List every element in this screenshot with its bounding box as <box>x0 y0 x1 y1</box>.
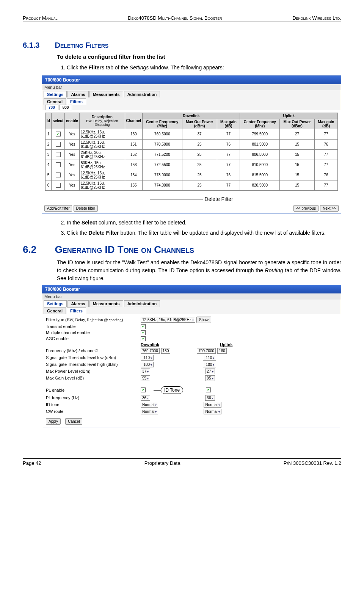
tab-measurments[interactable]: Measurments <box>89 91 123 97</box>
dl-maxgain-select[interactable]: 95 <box>141 375 150 381</box>
idtone-window: 700/800 Booster Menu bar Settings Alarms… <box>42 285 341 428</box>
col-dl-mop: Max Out Power (dBm) <box>182 119 217 129</box>
section-number-62: 6.2 <box>23 244 53 256</box>
dl-cwroute-select[interactable]: Normal <box>141 409 158 414</box>
tab-administration-2[interactable]: Administration <box>124 300 160 307</box>
tab-general[interactable]: General <box>44 98 66 105</box>
tab-alarms[interactable]: Alarms <box>67 91 88 97</box>
delete-filter-button[interactable]: Delete filter <box>74 205 98 212</box>
table-row: 1Yes12.5KHz, 15u, 61dB@25KHz150769.50003… <box>46 129 338 139</box>
ul-channel-input[interactable]: 160 <box>217 348 227 354</box>
window-title-2: 700/800 Booster <box>42 285 341 293</box>
col-downlink: Downlink <box>143 113 240 119</box>
ul-maxgain-select[interactable]: 95 <box>205 375 215 381</box>
multi-enable-checkbox[interactable] <box>141 330 146 335</box>
previous-button[interactable]: << previous <box>293 205 318 212</box>
agc-enable-checkbox[interactable] <box>141 336 146 341</box>
row-select-checkbox[interactable] <box>56 152 61 157</box>
table-row: 3Yes25KHz, 30u, 61dB@25KHz152771.5200257… <box>46 149 338 160</box>
filters-table: Id select enable Description BW, Delay, … <box>45 113 338 191</box>
header-left: Product Manual <box>23 15 58 21</box>
tab-settings-2[interactable]: Settings <box>44 300 67 307</box>
section-title-62: Generating ID Tone on Channels <box>55 244 194 255</box>
label-frequency: Frequency (Mhz) / channel# <box>46 348 141 353</box>
dl-idtone-select[interactable]: Normal <box>141 402 158 408</box>
dl-frequency-input[interactable]: 769.7000 <box>141 348 160 354</box>
id-tone-callout: ID Tone <box>161 386 183 394</box>
col-ul-cf: Center Frequency (Mhz) <box>240 119 280 129</box>
label-pl-enable: PL enable <box>46 388 141 392</box>
col-enable: enable <box>65 113 80 129</box>
col-ul-mop: Max Out Power (dBm) <box>280 119 315 129</box>
col-dl-mg: Max gain (dB) <box>217 119 240 129</box>
col-id: Id <box>46 113 52 129</box>
col-description: Description BW, Delay, Rejection @spacin… <box>79 113 125 129</box>
header-right: Dekolink Wireless Ltd. <box>292 15 341 21</box>
tab-alarms-2[interactable]: Alarms <box>67 300 88 307</box>
dl-plen-checkbox[interactable] <box>141 387 146 392</box>
label-multi-enable: Multiple channel enable <box>46 330 141 335</box>
col-uplink: Uplink <box>240 113 338 119</box>
transmit-enable-checkbox[interactable] <box>141 324 146 329</box>
header-center: Deko4078SD Multi-Channel Signal Booster <box>128 15 222 21</box>
tab-administration[interactable]: Administration <box>124 91 160 97</box>
ul-frequency-input[interactable]: 799.7000 <box>197 348 216 354</box>
dl-sglow-select[interactable]: -110 <box>141 355 154 361</box>
tab-800[interactable]: 800 <box>59 105 72 110</box>
filters-window: 700/800 Booster Menu bar Settings Alarms… <box>42 75 341 213</box>
window-title: 700/800 Booster <box>42 76 341 84</box>
filter-type-select[interactable]: 12.5KHz, 15u, 61dB@25KHz <box>141 317 195 323</box>
table-row: 6Yes12.5KHz, 15u, 61dB@25KHz155774.00002… <box>46 180 338 190</box>
tab-measurments-2[interactable]: Measurments <box>89 300 123 307</box>
subheading-delete: To delete a configured filter from the l… <box>57 53 341 61</box>
ul-plfreq-select[interactable]: 36 <box>205 395 215 401</box>
page-header: Product Manual Deko4078SD Multi-Channel … <box>23 15 341 22</box>
table-row: 5Yes12.5KHz, 15u, 61dB@25KHz154773.00002… <box>46 170 338 180</box>
dl-maxpow-select[interactable]: 37 <box>141 369 150 374</box>
tab-settings[interactable]: Settings <box>44 91 67 97</box>
ul-maxpow-select[interactable]: 27 <box>205 369 215 374</box>
dl-plfreq-select[interactable]: 36 <box>141 395 150 401</box>
footer-left: Page 42 <box>23 460 41 466</box>
page-footer: Page 42 Proprietary Data P/N 300SC30031 … <box>23 458 341 466</box>
next-button[interactable]: Next >> <box>320 205 339 212</box>
label-sg-high: Signal gate Threshold level high (dBm) <box>46 362 141 367</box>
tab-filters-2[interactable]: Filters <box>67 307 86 314</box>
cancel-button[interactable]: Cancel <box>65 418 82 425</box>
label-maxgain: Max Gain Level (dB) <box>46 376 141 380</box>
row-select-checkbox[interactable] <box>56 173 61 177</box>
row-select-checkbox[interactable] <box>56 142 61 147</box>
tab-general-2[interactable]: General <box>44 307 66 314</box>
tab-filters[interactable]: Filters <box>67 98 86 105</box>
col-ul-mg: Max gain (dB) <box>314 119 337 129</box>
ul-cwroute-select[interactable]: Normal <box>204 409 221 414</box>
add-edit-filter-button[interactable]: Add/Edit filter <box>44 205 72 212</box>
show-button[interactable]: Show <box>196 317 211 323</box>
row-select-checkbox[interactable] <box>56 183 61 188</box>
dl-sghigh-select[interactable]: -100 <box>141 362 154 367</box>
label-transmit-enable: Transmit enable <box>46 324 141 329</box>
label-pl-freq: PL frequency (Hz) <box>46 395 141 400</box>
ul-sglow-select[interactable]: -110 <box>203 355 216 361</box>
ul-idtone-select[interactable]: Normal <box>204 402 221 408</box>
ul-sghigh-select[interactable]: -100 <box>203 362 216 367</box>
menu-bar-2: Menu bar <box>42 293 341 300</box>
row-select-checkbox[interactable] <box>56 132 61 136</box>
footer-center: Proprietary Data <box>144 460 180 466</box>
label-id-tone: ID tone <box>46 402 141 407</box>
label-sg-low: Signal gate Threshold level low (dBm) <box>46 355 141 360</box>
apply-button[interactable]: Apply <box>46 418 61 425</box>
step-1: Click the Filters tab of the Settings wi… <box>67 64 341 72</box>
label-agc-enable: AGC enable <box>46 336 141 341</box>
table-row: 4Yes50KHz, 15u, 61dB@25KHz153772.5500257… <box>46 160 338 170</box>
table-row: 2Yes12.5KHz, 15u, 61dB@25KHz151770.50002… <box>46 139 338 149</box>
tab-700[interactable]: 700 <box>45 105 58 110</box>
row-select-checkbox[interactable] <box>56 162 61 167</box>
label-filter-type: Filter type (BW, Delay, Rejection @ spac… <box>46 317 141 322</box>
dl-channel-input[interactable]: 150 <box>161 348 171 354</box>
ul-plen-checkbox[interactable] <box>206 387 211 392</box>
footer-right: P/N 300SC30031 Rev. 1.2 <box>284 460 341 466</box>
section-number-613: 6.1.3 <box>23 41 53 50</box>
col-select: select <box>51 113 64 129</box>
step-2: In the Select column, select the filter … <box>67 219 341 227</box>
